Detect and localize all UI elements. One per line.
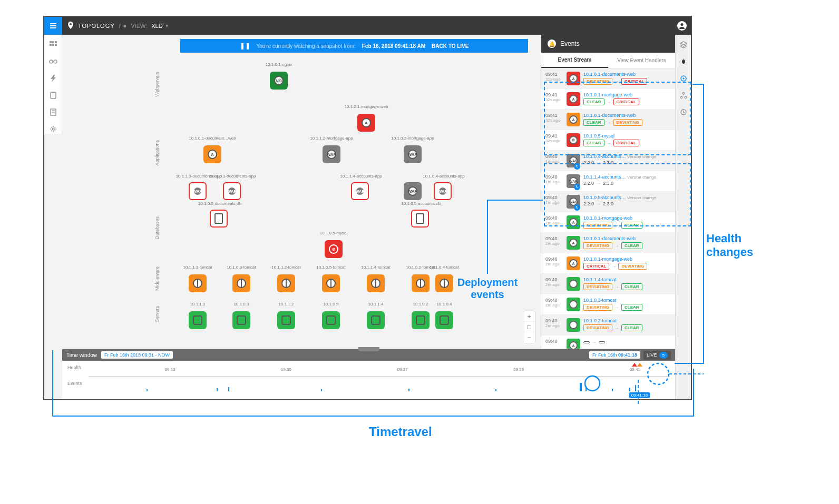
event-icon [567, 277, 580, 291]
timeline-row-health-label: Health [67, 365, 81, 370]
node-tomcat-7[interactable]: 10.1.0.4-tomcat [435, 274, 453, 292]
live-badge[interactable]: LIVE5 [643, 351, 671, 360]
timeline-body[interactable]: Health Events 09:33 09:35 09:37 09:39 09… [62, 361, 675, 400]
event-body: 10.1.0.4-accounts… Version change 2.2.0 … [583, 154, 671, 167]
svg-rect-6 [52, 44, 54, 46]
zoom-in-button[interactable]: + [523, 311, 535, 322]
book-icon[interactable] [48, 107, 58, 117]
event-icon: A [567, 92, 580, 106]
user-menu[interactable] [673, 17, 691, 35]
event-row[interactable]: 09:401m ago WAR 10.1.1.4-accounts… Versi… [541, 171, 675, 192]
breadcrumb-section[interactable]: TOPOLOGY [78, 23, 115, 29]
menu-button[interactable] [44, 17, 62, 35]
event-row[interactable]: 09:402m ago A 10.1.0.1-documents-web DEV… [541, 233, 675, 253]
panel-handle[interactable] [358, 347, 379, 351]
time-window-label: Time window [66, 352, 97, 358]
zoom-out-button[interactable]: − [523, 332, 535, 343]
node-server-5[interactable]: 10.1.1.4 [367, 311, 385, 329]
event-icon: A [567, 236, 580, 250]
node-tomcat-2[interactable]: 10.1.0.3-tomcat [232, 274, 250, 292]
node-mortgage-app-2[interactable]: 10.1.0.2-mortgage-appWAR [404, 145, 422, 163]
gear-icon[interactable] [48, 124, 58, 134]
event-row[interactable]: 09:402m ago 10.1.0.2-tomcat DEVIATING → … [541, 315, 675, 335]
event-list[interactable]: 09:4131s ago A 10.1.0.1-documents-web DE… [541, 68, 675, 349]
node-accounts-app-1[interactable]: 10.1.1.4-accounts-appWAR [351, 182, 369, 200]
node-tomcat-1[interactable]: 10.1.1.3-tomcat [189, 274, 207, 292]
node-server-1[interactable]: 10.1.1.3 [189, 311, 207, 329]
bolt-icon[interactable] [48, 74, 58, 83]
event-body: 10.1.0.2-tomcat DEVIATING → CLEAR [583, 318, 671, 332]
node-accounts-app-2[interactable]: 10.1.0.4-accounts-appWAR [434, 182, 452, 200]
right-sidebar [675, 35, 691, 399]
event-icon [567, 318, 580, 332]
node-server-3[interactable]: 10.1.1.2 [277, 311, 295, 329]
node-tomcat-5[interactable]: 10.1.1.4-tomcat [367, 274, 385, 292]
annotation-health-label: Health changes [706, 232, 769, 259]
target-icon[interactable] [679, 74, 688, 83]
time-range-badge[interactable]: Fr Feb 16th 2018 09:31 - NOW [101, 351, 173, 359]
event-body: 10.1.0.1-documents-web CLEAR → DEVIATING [583, 113, 671, 126]
node-nginx[interactable]: 10.1.0.1-nginxNG [270, 72, 288, 90]
layer-label: Databases [154, 216, 160, 239]
current-time-badge[interactable]: Fr Feb 16th 09:41:18 [589, 351, 640, 359]
node-accounts-app-1b[interactable]: WAR [404, 182, 422, 200]
event-row[interactable]: 09:402m ago A 10.1.0.1-mortgage-web DEVI… [541, 212, 675, 233]
timeline-cursor[interactable] [638, 380, 639, 404]
node-server-6[interactable]: 10.1.0.2 [412, 311, 430, 329]
topology-canvas[interactable]: Webservers Applications Databases Middle… [62, 35, 541, 349]
node-mortgage-web[interactable]: 10.1.2.1-mortgage-webA [357, 114, 375, 132]
event-time: 09:402m ago [545, 277, 563, 291]
node-tomcat-4[interactable]: 10.1.0.5-tomcat [322, 274, 340, 292]
event-row[interactable]: 09:401m ago WAR 10.1.0.4-accounts… Versi… [541, 151, 675, 171]
node-server-4[interactable]: 10.1.0.5 [322, 311, 340, 329]
event-body: → [583, 339, 671, 349]
timeline-events-row[interactable]: 09:41:18 [89, 381, 670, 391]
event-row[interactable]: 09:401m ago WAR 10.1.0.5-accounts… Versi… [541, 192, 675, 212]
glasses-icon[interactable] [48, 57, 58, 66]
view-name[interactable]: XLD [151, 23, 162, 29]
event-body: 10.1.0.5-mysql CLEAR → CRITICAL [583, 133, 671, 147]
event-row[interactable]: 09:402m ago A 10.1.0.1-mortgage-web CRIT… [541, 253, 675, 274]
grid-view-icon[interactable] [48, 40, 58, 50]
bell-icon: 🔔 [548, 39, 556, 48]
view-label: VIEW: [131, 23, 147, 29]
layer-label: Webservers [154, 72, 160, 97]
node-tomcat-3[interactable]: 10.1.1.2-tomcat [277, 274, 295, 292]
node-tomcat-6[interactable]: 10.1.0.2-tomcat [412, 274, 430, 292]
zoom-reset-button[interactable]: □ [523, 322, 535, 332]
event-row[interactable]: 09:402m ago 10.1.0.3-tomcat DEVIATING → … [541, 294, 675, 315]
stack-icon[interactable] [679, 40, 688, 50]
clipboard-icon[interactable] [48, 91, 58, 100]
node-server-7[interactable]: 10.1.0.4 [435, 311, 453, 329]
node-server-2[interactable]: 10.1.0.3 [232, 311, 250, 329]
event-time: 09:4132s ago [545, 92, 563, 106]
annotation-timetravel-label: Timetravel [369, 424, 432, 439]
event-row[interactable]: 09:40 A → [541, 335, 675, 349]
event-time: 09:402m ago [545, 215, 563, 229]
node-accounts-db[interactable]: 10.1.0.5-accounts-db [411, 210, 429, 228]
event-row[interactable]: 09:4131s ago A 10.1.0.1-documents-web DE… [541, 68, 675, 89]
events-header: 🔔 Events [541, 35, 675, 53]
tab-event-stream[interactable]: Event Stream [541, 53, 608, 68]
event-row[interactable]: 09:402m ago 10.1.1.4-tomcat DEVIATING → … [541, 274, 675, 294]
event-row[interactable]: 09:4132s ago ⊘ 10.1.0.5-mysql CLEAR → CR… [541, 130, 675, 151]
sync-icon: ↻ [574, 163, 580, 170]
node-mortgage-app[interactable]: 10.1.1.2-mortgage-appWAR [323, 145, 340, 163]
node-documents-db[interactable]: 10.1.0.5-documents-db [210, 210, 228, 228]
node-documents-app-1[interactable]: 10.1.1.3-documents-appWAR [189, 182, 207, 200]
left-sidebar [44, 35, 62, 134]
node-mysql[interactable]: 10.1.0.5-mysql⊘ [325, 240, 343, 258]
event-row[interactable]: 09:4132s ago A 10.1.0.1-mortgage-web CLE… [541, 89, 675, 110]
chevron-down-icon[interactable]: ▼ [165, 24, 169, 28]
network-icon[interactable] [679, 91, 688, 100]
tab-event-handlers[interactable]: View Event Handlers [608, 53, 675, 68]
node-documents-app-2[interactable]: 10.1.0.3-documents-appWAR [223, 182, 241, 200]
sync-icon: ↻ [574, 184, 580, 190]
timeline-axis[interactable]: 09:33 09:35 09:37 09:39 09:41 [89, 364, 670, 377]
node-documents-web[interactable]: 10.1.0.1-document…webA [203, 145, 221, 163]
fire-icon[interactable] [679, 57, 688, 66]
svg-point-1 [681, 23, 684, 26]
event-time: 09:402m ago [545, 236, 563, 250]
event-row[interactable]: 09:4132s ago A 10.1.0.1-documents-web CL… [541, 110, 675, 130]
history-icon[interactable] [679, 107, 688, 117]
